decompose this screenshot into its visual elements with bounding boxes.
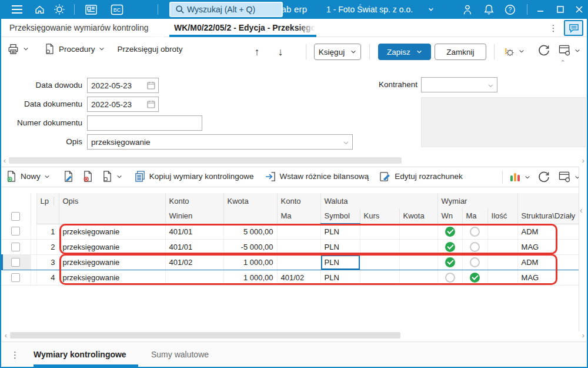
edit-settlement-button[interactable]: Edytuj rozrachunek	[379, 171, 463, 183]
select-all-checkbox[interactable]	[11, 212, 20, 221]
col-header-konto-ma[interactable]: Konto	[277, 193, 320, 208]
zamknij-button[interactable]: Zamknij	[435, 44, 486, 60]
row-options-button[interactable]	[102, 170, 122, 183]
opis-field[interactable]	[87, 134, 353, 150]
chevron-down-icon[interactable]	[487, 82, 494, 89]
grid-hscrollbar[interactable]: ‹ ›	[1, 331, 587, 340]
wn-indicator[interactable]	[445, 257, 455, 267]
ma-indicator[interactable]	[470, 242, 480, 252]
home-icon[interactable]	[29, 0, 49, 19]
tab-kebab-menu[interactable]: ⋮	[548, 21, 559, 35]
table-row[interactable]: 4 przeksięgowanie 1 000,00 401/02 PLN MA…	[1, 270, 579, 285]
col-subheader-kurs[interactable]: Kurs	[360, 208, 399, 224]
table-row[interactable]: 1 przeksięgowanie 401/01 5 000,00 PLN AD…	[1, 224, 579, 239]
numer-dokumentu-input[interactable]	[88, 119, 202, 128]
grid-refresh-button[interactable]	[537, 171, 550, 184]
cell-ilosc[interactable]	[487, 224, 517, 239]
tab-wymiary-kontrolingowe[interactable]: Wymiary kontrolingowe	[34, 342, 126, 367]
refresh-button[interactable]	[537, 44, 550, 57]
cell-opis[interactable]: przeksięgowanie	[59, 254, 165, 270]
zapisz-button[interactable]: Zapisz	[378, 44, 431, 60]
wn-indicator[interactable]	[445, 242, 455, 252]
search-input[interactable]	[187, 5, 275, 14]
cell-ilosc[interactable]	[487, 270, 517, 285]
cell-kwota[interactable]: 5 000,00	[223, 224, 277, 239]
ma-indicator[interactable]	[470, 273, 480, 283]
scroll-left-arrow[interactable]: ‹	[2, 331, 9, 340]
row-checkbox[interactable]	[11, 243, 20, 251]
table-row-selected[interactable]: 3 przeksięgowanie 401/02 1 000,00 PLN AD…	[1, 254, 579, 270]
cell-ilosc[interactable]	[487, 254, 517, 270]
cell-symbol-focused[interactable]: PLN	[320, 254, 360, 270]
col-subheader-wn[interactable]: Wn	[437, 208, 462, 224]
wn-indicator[interactable]	[445, 227, 455, 237]
ksieguj-button[interactable]: Księguj	[314, 44, 361, 60]
cell-konto-ma[interactable]	[277, 224, 320, 239]
validation-settings-button[interactable]: !	[502, 45, 524, 58]
cell-kwota[interactable]: 1 000,00	[223, 254, 277, 270]
cell-konto-ma[interactable]	[277, 239, 320, 254]
col-header-kwota[interactable]: Kwota	[223, 193, 277, 208]
cell-struktura[interactable]: ADM	[517, 224, 579, 239]
cell-konto-winien[interactable]: 401/01	[165, 224, 223, 239]
grid-layout-settings-button[interactable]	[559, 171, 580, 183]
cell-symbol[interactable]: PLN	[320, 270, 360, 285]
scroll-right-arrow[interactable]: ›	[580, 157, 587, 165]
company-selector[interactable]: 1 - Foto Świat sp. z o.o.	[326, 0, 434, 19]
tab-przeksiegowanie[interactable]: Przeksięgowanie wymiarów kontroling	[9, 19, 163, 37]
bottom-kebab-menu[interactable]: ⋮	[11, 347, 19, 363]
chevron-down-icon[interactable]	[343, 140, 349, 146]
sun-icon[interactable]	[49, 0, 69, 19]
cell-opis[interactable]: przeksięgowanie	[59, 239, 165, 254]
col-header-konto-winien[interactable]: Konto	[165, 193, 223, 208]
minimize-button[interactable]	[530, 0, 550, 19]
kontrahent-input[interactable]	[422, 81, 497, 89]
move-up-button[interactable]: ↑	[249, 44, 265, 59]
col-subheader-ilosc[interactable]: Ilość	[487, 208, 517, 224]
row-checkbox[interactable]	[11, 273, 20, 282]
cell-struktura[interactable]: ADM	[517, 254, 579, 270]
hamburger-menu-icon[interactable]	[7, 0, 27, 19]
close-button[interactable]	[569, 0, 588, 19]
cell-struktura[interactable]: MAG	[517, 239, 579, 254]
cell-konto-ma[interactable]	[277, 254, 320, 270]
scroll-right-arrow[interactable]: ›	[580, 331, 587, 340]
data-dokumentu-field[interactable]	[87, 97, 159, 112]
col-subheader-kwota-waluta[interactable]: Kwota	[399, 208, 437, 224]
comments-button[interactable]	[564, 20, 583, 36]
cell-opis[interactable]: przeksięgowanie	[59, 270, 165, 285]
col-subheader-symbol[interactable]: Symbol	[320, 208, 360, 224]
cell-konto-winien[interactable]	[165, 270, 223, 285]
collapse-header-button[interactable]: ⌃	[556, 61, 569, 66]
table-row[interactable]: 2 przeksięgowanie 401/01 -5 000,00 PLN M…	[1, 239, 579, 254]
bc-icon[interactable]: BC	[107, 0, 127, 19]
kontrahent-field[interactable]	[421, 77, 497, 92]
col-subheader-struktura[interactable]: Struktura\Działy	[517, 208, 579, 224]
move-down-button[interactable]: ↓	[273, 44, 288, 59]
col-header-opis[interactable]: Opis	[59, 193, 165, 208]
user-icon[interactable]	[457, 0, 477, 19]
edit-row-button[interactable]	[63, 170, 74, 183]
cell-konto-ma[interactable]: 401/02	[277, 270, 320, 285]
chart-view-button[interactable]	[509, 171, 530, 183]
cell-konto-winien[interactable]: 401/01	[165, 239, 223, 254]
row-checkbox[interactable]	[11, 227, 20, 236]
data-dowodu-field[interactable]	[87, 78, 159, 93]
collapse-panel-arrow[interactable]: ‹	[580, 205, 583, 215]
przeksieguj-obroty-button[interactable]: Przeksięguj obroty	[118, 45, 183, 54]
calendar-icon[interactable]	[147, 100, 155, 108]
print-button[interactable]	[7, 43, 29, 55]
opis-input[interactable]	[88, 138, 352, 147]
cell-struktura[interactable]: MAG	[517, 270, 579, 285]
grid-settings-button[interactable]	[559, 45, 580, 56]
help-icon[interactable]: ?	[500, 0, 520, 19]
sort-asc-icon[interactable]: ↑	[54, 197, 59, 205]
col-header-lp[interactable]: Lp↑	[36, 193, 59, 208]
col-subheader-ma2[interactable]: Ma	[462, 208, 487, 224]
delete-row-button[interactable]	[82, 170, 93, 183]
procedures-menu-button[interactable]: Procedury	[44, 43, 105, 55]
bell-icon[interactable]	[479, 0, 499, 19]
calendar-icon[interactable]	[147, 81, 155, 89]
insert-balance-difference-button[interactable]: Wstaw różnice bilansową	[265, 171, 369, 183]
cell-konto-winien[interactable]: 401/02	[165, 254, 223, 270]
